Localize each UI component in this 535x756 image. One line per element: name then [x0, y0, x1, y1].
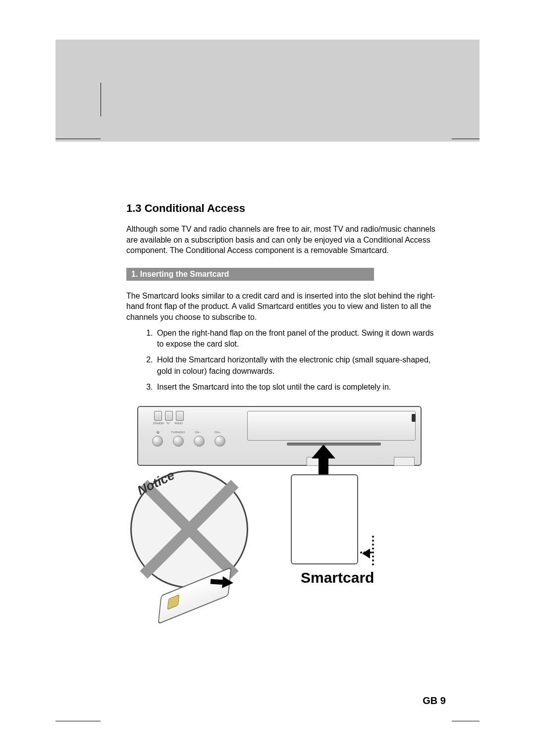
power-button-icon [152, 436, 163, 447]
chip-icon [167, 594, 180, 610]
smartcard-icon [291, 474, 358, 564]
page-header-bar [55, 40, 480, 142]
smartcard-caption: Smartcard [301, 569, 374, 586]
device-foot-icon [394, 457, 415, 466]
button-label: TV/RADIO [171, 431, 185, 434]
page-content: 1.3 Conditional Access Although some TV … [126, 202, 441, 595]
subsection-lead: The Smartcard looks similar to a credit … [126, 291, 441, 323]
front-flap-icon [247, 411, 416, 441]
ir-sensor-icon [412, 414, 416, 422]
led-label: RADIO [175, 422, 183, 425]
channel-up-button-icon [214, 436, 225, 447]
indicator-leds [154, 411, 184, 421]
motion-dots-icon [372, 536, 374, 565]
button-label: CH+ [211, 431, 224, 434]
slide-arrow-icon [362, 549, 370, 558]
subsection-heading-bar: 1. Inserting the Smartcard [126, 268, 374, 281]
tv-radio-button-icon [173, 436, 184, 447]
smartcard-figure: STANDBY TV RADIO ⏻ TV/RADIO CH− CH+ [126, 406, 420, 595]
button-label: ⏻ [151, 431, 165, 434]
button-label: CH− [191, 431, 205, 434]
led-label: STANDBY [153, 422, 161, 425]
insert-arrow-icon [312, 445, 335, 474]
instruction-step: Hold the Smartcard horizontally with the… [155, 354, 441, 377]
led-icon [176, 411, 184, 421]
section-intro: Although some TV and radio channels are … [126, 224, 441, 256]
channel-down-button-icon [194, 436, 205, 447]
button-labels: ⏻ TV/RADIO CH− CH+ [151, 431, 224, 434]
crop-mark [55, 139, 101, 139]
manual-page: 1.3 Conditional Access Although some TV … [0, 0, 535, 756]
wrong-arrow-icon [210, 575, 234, 589]
crop-mark [101, 83, 101, 116]
wrong-card-icon [158, 566, 232, 624]
led-icon [154, 411, 162, 421]
section-heading: 1.3 Conditional Access [126, 202, 441, 215]
front-buttons [152, 436, 225, 447]
instruction-step: Insert the Smartcard into the top slot u… [155, 382, 441, 393]
led-label: TV [164, 422, 172, 425]
led-labels: STANDBY TV RADIO [153, 422, 183, 425]
crop-mark [55, 721, 101, 721]
page-number: GB 9 [423, 695, 446, 706]
instruction-step: Open the right-hand flap on the front pa… [155, 328, 441, 350]
receiver-front-diagram: STANDBY TV RADIO ⏻ TV/RADIO CH− CH+ [137, 406, 422, 466]
led-icon [165, 411, 173, 421]
crop-mark [452, 721, 480, 721]
crop-mark [452, 139, 480, 139]
instruction-list: Open the right-hand flap on the front pa… [126, 328, 441, 393]
